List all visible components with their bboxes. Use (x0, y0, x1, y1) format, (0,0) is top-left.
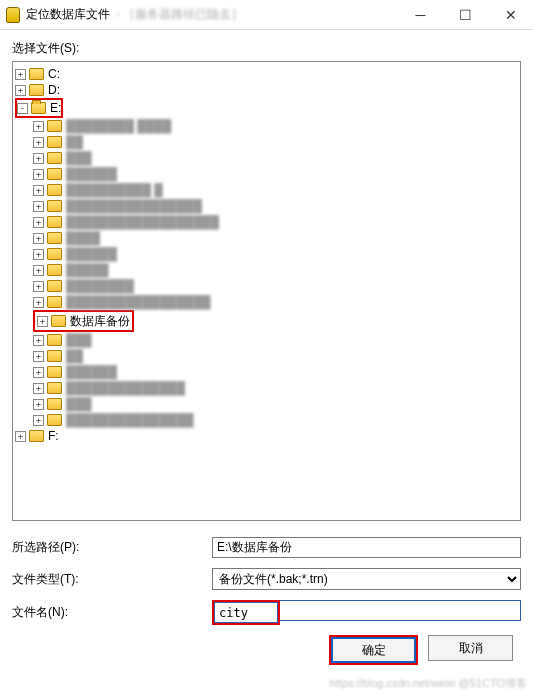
folder-icon (47, 296, 62, 308)
maximize-button[interactable]: ☐ (443, 0, 488, 30)
tree-node[interactable]: +████ (33, 230, 518, 246)
tree-node-c[interactable]: + C: (15, 66, 518, 82)
expand-icon[interactable]: + (33, 217, 44, 228)
file-name-label: 文件名(N): (12, 604, 212, 621)
expand-icon[interactable]: + (33, 351, 44, 362)
expand-icon[interactable]: + (33, 249, 44, 260)
watermark: https://blog.csdn.net/weixi @51CTO博客 (330, 676, 527, 691)
folder-icon (29, 68, 44, 80)
selected-path-label: 所选路径(P): (12, 539, 212, 556)
highlight-backup-folder: + 数据库备份 (33, 310, 134, 332)
expand-icon[interactable]: + (37, 316, 48, 327)
folder-icon (29, 84, 44, 96)
close-button[interactable]: ✕ (488, 0, 533, 30)
folder-icon (47, 200, 62, 212)
expand-icon[interactable]: + (33, 201, 44, 212)
expand-icon[interactable]: + (33, 415, 44, 426)
cancel-button[interactable]: 取消 (428, 635, 513, 661)
titlebar: 定位数据库文件 - ［服务器路径已隐去］ ─ ☐ ✕ (0, 0, 533, 30)
tree-node[interactable]: +██ (33, 134, 518, 150)
folder-open-icon (31, 102, 46, 114)
select-file-label: 选择文件(S): (12, 40, 521, 57)
expand-icon[interactable]: + (15, 431, 26, 442)
tree-node-f[interactable]: + F: (15, 428, 518, 444)
tree-node-d[interactable]: + D: (15, 82, 518, 98)
highlight-filename (212, 600, 280, 625)
window-subtitle: - ［服务器路径已隐去］ (116, 6, 243, 23)
tree-node[interactable]: +██████ (33, 166, 518, 182)
window-title: 定位数据库文件 (26, 6, 110, 23)
expand-icon[interactable]: + (33, 335, 44, 346)
expand-icon[interactable]: + (33, 265, 44, 276)
expand-icon[interactable]: + (33, 153, 44, 164)
expand-icon[interactable]: + (33, 297, 44, 308)
ok-button[interactable]: 确定 (331, 637, 416, 663)
collapse-icon[interactable]: - (17, 103, 28, 114)
expand-icon[interactable]: + (33, 367, 44, 378)
folder-icon (47, 334, 62, 346)
tree-node[interactable]: +██ (33, 348, 518, 364)
folder-icon (47, 264, 62, 276)
tree-node[interactable]: +██████ (33, 246, 518, 262)
folder-icon (29, 430, 44, 442)
highlight-ok: 确定 (329, 635, 418, 665)
selected-path-field[interactable] (212, 537, 521, 558)
folder-icon (47, 414, 62, 426)
folder-icon (51, 315, 66, 327)
database-icon (6, 7, 20, 23)
tree-node[interactable]: +██████████████████ (33, 214, 518, 230)
folder-icon (47, 350, 62, 362)
folder-icon (47, 232, 62, 244)
expand-icon[interactable]: + (15, 85, 26, 96)
tree-node[interactable]: +███ (33, 396, 518, 412)
expand-icon[interactable]: + (33, 169, 44, 180)
folder-icon (47, 216, 62, 228)
expand-icon[interactable]: + (33, 137, 44, 148)
folder-tree[interactable]: + C: + D: - E: (12, 61, 521, 521)
minimize-button[interactable]: ─ (398, 0, 443, 30)
tree-node[interactable]: +██████████████ (33, 380, 518, 396)
file-type-select[interactable]: 备份文件(*.bak;*.trn) (212, 568, 521, 590)
tree-node[interactable]: +█████████████████ (33, 294, 518, 310)
tree-node-e[interactable]: - E: (17, 100, 61, 116)
folder-icon (47, 168, 62, 180)
tree-node[interactable]: +████████ (33, 278, 518, 294)
folder-icon (47, 152, 62, 164)
expand-icon[interactable]: + (33, 281, 44, 292)
tree-node[interactable]: +████████████████ (33, 198, 518, 214)
tree-node[interactable]: +██████ (33, 364, 518, 380)
expand-icon[interactable]: + (33, 121, 44, 132)
tree-node[interactable]: +█████ (33, 262, 518, 278)
folder-icon (47, 398, 62, 410)
tree-node[interactable]: +███ (33, 332, 518, 348)
folder-icon (47, 366, 62, 378)
file-type-label: 文件类型(T): (12, 571, 212, 588)
folder-icon (47, 136, 62, 148)
tree-node[interactable]: +███████████████ (33, 412, 518, 428)
file-name-input[interactable] (214, 602, 278, 623)
expand-icon[interactable]: + (33, 399, 44, 410)
expand-icon[interactable]: + (33, 383, 44, 394)
tree-node[interactable]: +███ (33, 150, 518, 166)
folder-icon (47, 120, 62, 132)
expand-icon[interactable]: + (33, 233, 44, 244)
tree-node[interactable]: +████████ ████ (33, 118, 518, 134)
tree-node[interactable]: +██████████ █ (33, 182, 518, 198)
folder-icon (47, 248, 62, 260)
expand-icon[interactable]: + (33, 185, 44, 196)
expand-icon[interactable]: + (15, 69, 26, 80)
folder-icon (47, 280, 62, 292)
tree-node-backup[interactable]: + 数据库备份 (37, 313, 130, 329)
folder-icon (47, 184, 62, 196)
folder-icon (47, 382, 62, 394)
highlight-e-drive: - E: (15, 98, 63, 118)
